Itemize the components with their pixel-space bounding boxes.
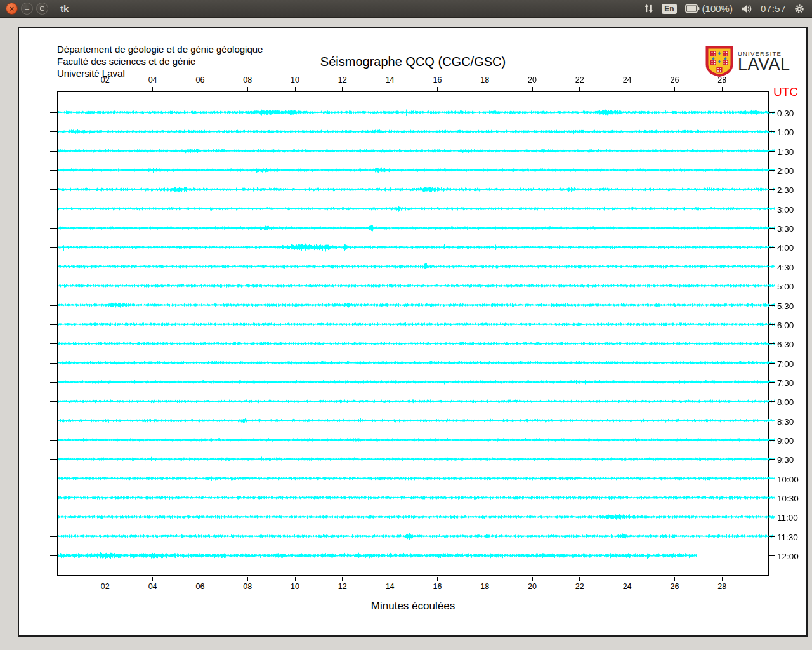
y-tick-right bbox=[769, 170, 775, 171]
utc-time-label: 3:00 bbox=[777, 204, 794, 214]
x-tick-label-top: 26 bbox=[664, 76, 685, 84]
utc-time-label: 2:30 bbox=[777, 185, 794, 195]
y-tick-left bbox=[50, 555, 57, 556]
top-panel: × – tk En (100%) 0 bbox=[0, 0, 812, 18]
x-tick-label-bottom: 18 bbox=[474, 582, 495, 591]
x-tick-label-top: 22 bbox=[569, 76, 591, 84]
y-tick-left bbox=[50, 440, 57, 441]
x-tick-bottom bbox=[437, 577, 438, 581]
utc-time-label: 2:00 bbox=[777, 166, 794, 176]
x-tick-bottom bbox=[105, 577, 105, 581]
seismogram-traces-canvas bbox=[58, 92, 775, 576]
utc-time-label: 6:30 bbox=[777, 340, 794, 349]
y-tick-right bbox=[769, 498, 775, 498]
y-tick-left bbox=[50, 228, 57, 229]
utc-time-label: 10:30 bbox=[777, 494, 799, 503]
utc-time-label: 4:00 bbox=[777, 243, 794, 253]
y-tick-right bbox=[769, 363, 775, 364]
x-tick-label-bottom: 12 bbox=[332, 582, 353, 591]
utc-time-label: 12:00 bbox=[777, 552, 799, 561]
x-tick-label-top: 06 bbox=[189, 76, 211, 84]
y-tick-left bbox=[50, 459, 57, 460]
x-tick-bottom bbox=[674, 577, 675, 581]
x-tick-label-bottom: 16 bbox=[426, 582, 448, 591]
x-tick-label-top: 20 bbox=[521, 76, 543, 84]
x-tick-top bbox=[627, 87, 627, 91]
utc-time-label: 3:30 bbox=[777, 224, 794, 234]
x-tick-label-top: 04 bbox=[142, 76, 164, 84]
keyboard-layout-indicator[interactable]: En bbox=[662, 4, 676, 14]
utc-time-label: 8:30 bbox=[777, 416, 794, 426]
y-tick-left bbox=[50, 382, 57, 383]
y-tick-right bbox=[769, 305, 775, 306]
window-minimize-button[interactable]: – bbox=[21, 3, 33, 15]
utc-time-label: 5:30 bbox=[777, 301, 794, 310]
x-tick-label-bottom: 22 bbox=[569, 582, 591, 591]
x-tick-label-top: 10 bbox=[284, 76, 306, 84]
x-tick-top bbox=[722, 87, 723, 91]
x-tick-bottom bbox=[342, 577, 343, 581]
battery-indicator[interactable]: (100%) bbox=[685, 3, 733, 14]
seismograph-window: Département de géologie et de génie géol… bbox=[18, 27, 808, 637]
y-tick-right bbox=[769, 401, 775, 402]
y-tick-right bbox=[769, 267, 775, 267]
utc-time-label: 6:00 bbox=[777, 320, 794, 329]
y-tick-right bbox=[769, 479, 775, 479]
x-tick-bottom bbox=[295, 577, 296, 581]
x-tick-label-bottom: 14 bbox=[379, 582, 401, 591]
x-tick-label-bottom: 26 bbox=[664, 582, 685, 591]
x-tick-bottom bbox=[485, 577, 485, 581]
x-tick-label-top: 12 bbox=[332, 76, 353, 84]
y-tick-right bbox=[769, 131, 775, 132]
y-tick-left bbox=[50, 343, 57, 344]
y-tick-left bbox=[50, 247, 57, 248]
x-tick-label-bottom: 06 bbox=[189, 582, 211, 591]
x-tick-top bbox=[152, 87, 153, 91]
x-tick-bottom bbox=[247, 577, 248, 581]
x-tick-label-bottom: 20 bbox=[521, 582, 543, 591]
y-tick-right bbox=[769, 324, 775, 325]
session-gear-icon[interactable] bbox=[794, 4, 804, 14]
y-tick-left bbox=[50, 286, 57, 286]
clock[interactable]: 07:57 bbox=[761, 3, 786, 14]
y-tick-left bbox=[50, 267, 57, 267]
y-tick-left bbox=[50, 536, 57, 537]
x-tick-label-top: 28 bbox=[711, 76, 733, 84]
y-tick-left bbox=[50, 112, 57, 113]
battery-icon bbox=[685, 4, 700, 13]
y-tick-left bbox=[50, 401, 57, 402]
x-tick-label-top: 08 bbox=[237, 76, 258, 84]
x-tick-bottom bbox=[579, 577, 580, 581]
x-tick-top bbox=[200, 87, 200, 91]
y-tick-right bbox=[769, 421, 775, 421]
x-tick-label-bottom: 02 bbox=[95, 582, 116, 591]
utc-time-label: 10:00 bbox=[777, 474, 799, 484]
utc-time-label: 11:00 bbox=[777, 513, 798, 522]
sound-indicator[interactable] bbox=[741, 4, 752, 13]
y-tick-right bbox=[769, 517, 775, 517]
y-tick-left bbox=[50, 498, 57, 498]
y-tick-right bbox=[769, 382, 775, 383]
x-tick-top bbox=[342, 87, 343, 91]
window-title: tk bbox=[60, 3, 69, 14]
x-tick-top bbox=[295, 87, 296, 91]
window-maximize-button[interactable] bbox=[36, 3, 48, 15]
y-tick-right bbox=[769, 286, 775, 286]
seismogram-plot: UTC 020204040606080810101212141416161818… bbox=[57, 91, 769, 576]
y-tick-right bbox=[769, 112, 775, 113]
x-tick-bottom bbox=[722, 577, 723, 581]
network-updown-icon[interactable] bbox=[644, 4, 653, 13]
y-tick-right bbox=[769, 343, 775, 344]
x-tick-label-top: 02 bbox=[95, 76, 116, 84]
x-tick-top bbox=[437, 87, 438, 91]
utc-time-label: 9:00 bbox=[777, 435, 794, 445]
window-close-button[interactable]: × bbox=[6, 3, 18, 15]
x-tick-top bbox=[105, 87, 105, 91]
y-tick-right bbox=[769, 151, 775, 152]
y-tick-right bbox=[769, 228, 775, 229]
y-tick-left bbox=[50, 170, 57, 171]
y-tick-left bbox=[50, 209, 57, 209]
y-tick-left bbox=[50, 517, 57, 517]
x-tick-top bbox=[485, 87, 485, 91]
utc-time-label: 0:30 bbox=[777, 109, 794, 118]
